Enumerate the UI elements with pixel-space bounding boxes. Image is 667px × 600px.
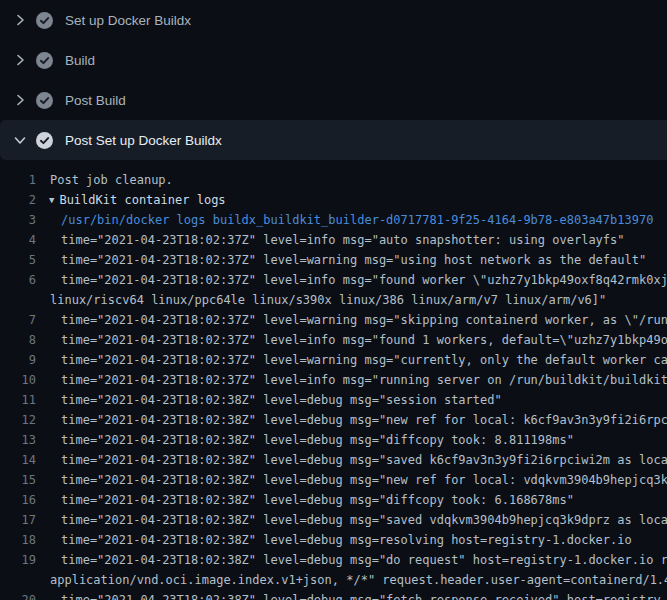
log-text: time="2021-04-23T18:02:38Z" level=debug … — [61, 510, 667, 530]
step-label: Post Set up Docker Buildx — [65, 133, 222, 148]
line-number[interactable]: 14 — [0, 450, 36, 470]
log-text: time="2021-04-23T18:02:37Z" level=warnin… — [61, 310, 667, 330]
log-line: 14time="2021-04-23T18:02:38Z" level=debu… — [0, 450, 667, 470]
log-line: 15time="2021-04-23T18:02:38Z" level=debu… — [0, 470, 667, 490]
log-area: 1Post job cleanup.2▼BuildKit container l… — [0, 160, 667, 600]
line-number — [0, 290, 36, 310]
log-line: 12time="2021-04-23T18:02:38Z" level=debu… — [0, 410, 667, 430]
step-label: Build — [65, 53, 95, 68]
line-number[interactable]: 18 — [0, 530, 36, 550]
step-label: Set up Docker Buildx — [65, 13, 191, 28]
line-number[interactable]: 20 — [0, 590, 36, 600]
step-row-post-set-up-docker-buildx[interactable]: Post Set up Docker Buildx — [0, 120, 667, 160]
log-line: 8time="2021-04-23T18:02:37Z" level=info … — [0, 330, 667, 350]
chevron-down-icon[interactable] — [12, 132, 28, 148]
log-text: time="2021-04-23T18:02:38Z" level=debug … — [61, 390, 502, 410]
line-number[interactable]: 12 — [0, 410, 36, 430]
check-circle-icon — [36, 52, 53, 69]
log-text: time="2021-04-23T18:02:38Z" level=debug … — [61, 470, 667, 490]
log-line: 4time="2021-04-23T18:02:37Z" level=info … — [0, 230, 667, 250]
line-number[interactable]: 19 — [0, 550, 36, 570]
log-line: 18time="2021-04-23T18:02:38Z" level=debu… — [0, 530, 667, 550]
log-line: 11time="2021-04-23T18:02:38Z" level=debu… — [0, 390, 667, 410]
log-line: 19time="2021-04-23T18:02:38Z" level=debu… — [0, 550, 667, 570]
line-number[interactable]: 9 — [0, 350, 36, 370]
line-number[interactable]: 15 — [0, 470, 36, 490]
line-number[interactable]: 4 — [0, 230, 36, 250]
log-text: time="2021-04-23T18:02:38Z" level=debug … — [61, 450, 667, 470]
collapse-triangle-icon[interactable]: ▼ — [49, 190, 54, 210]
log-text: time="2021-04-23T18:02:37Z" level=info m… — [61, 330, 667, 350]
log-text: time="2021-04-23T18:02:38Z" level=debug … — [61, 550, 667, 570]
log-text: time="2021-04-23T18:02:37Z" level=warnin… — [61, 250, 646, 270]
line-number[interactable]: 6 — [0, 270, 36, 290]
log-line: 7time="2021-04-23T18:02:37Z" level=warni… — [0, 310, 667, 330]
log-line: 16time="2021-04-23T18:02:38Z" level=debu… — [0, 490, 667, 510]
line-number[interactable]: 2 — [0, 190, 36, 210]
log-line: 10time="2021-04-23T18:02:37Z" level=info… — [0, 370, 667, 390]
line-number[interactable]: 13 — [0, 430, 36, 450]
check-circle-icon — [36, 92, 53, 109]
log-line: 2▼BuildKit container logs — [0, 190, 667, 210]
log-text: time="2021-04-23T18:02:38Z" level=debug … — [61, 490, 574, 510]
line-number[interactable]: 8 — [0, 330, 36, 350]
log-line: 1Post job cleanup. — [0, 170, 667, 190]
line-number[interactable]: 16 — [0, 490, 36, 510]
log-text: time="2021-04-23T18:02:38Z" level=debug … — [61, 590, 667, 600]
step-row-build[interactable]: Build — [0, 40, 667, 80]
check-circle-icon — [36, 12, 53, 29]
log-line: 9time="2021-04-23T18:02:37Z" level=warni… — [0, 350, 667, 370]
log-command-text: /usr/bin/docker logs buildx_buildkit_bui… — [61, 210, 653, 230]
log-text: time="2021-04-23T18:02:38Z" level=debug … — [61, 410, 667, 430]
step-label: Post Build — [65, 93, 126, 108]
line-number[interactable]: 7 — [0, 310, 36, 330]
chevron-right-icon[interactable] — [12, 12, 28, 28]
log-line: 3/usr/bin/docker logs buildx_buildkit_bu… — [0, 210, 667, 230]
step-row-set-up-docker-buildx[interactable]: Set up Docker Buildx — [0, 0, 667, 40]
log-line: 20time="2021-04-23T18:02:38Z" level=debu… — [0, 590, 667, 600]
log-text: time="2021-04-23T18:02:37Z" level=info m… — [61, 370, 667, 390]
steps-list: Set up Docker BuildxBuildPost BuildPost … — [0, 0, 667, 160]
log-line: 5time="2021-04-23T18:02:37Z" level=warni… — [0, 250, 667, 270]
line-number[interactable]: 3 — [0, 210, 36, 230]
log-text: time="2021-04-23T18:02:37Z" level=info m… — [61, 230, 625, 250]
log-line: linux/riscv64 linux/ppc64le linux/s390x … — [0, 290, 667, 310]
line-number — [0, 570, 36, 590]
log-line: application/vnd.oci.image.index.v1+json,… — [0, 570, 667, 590]
line-number[interactable]: 5 — [0, 250, 36, 270]
chevron-right-icon[interactable] — [12, 92, 28, 108]
log-text: time="2021-04-23T18:02:38Z" level=debug … — [61, 530, 632, 550]
line-number[interactable]: 1 — [0, 170, 36, 190]
log-line: 17time="2021-04-23T18:02:38Z" level=debu… — [0, 510, 667, 530]
log-text: time="2021-04-23T18:02:37Z" level=info m… — [61, 270, 667, 290]
check-circle-icon — [36, 132, 53, 149]
log-text: time="2021-04-23T18:02:38Z" level=debug … — [61, 430, 574, 450]
log-text: time="2021-04-23T18:02:37Z" level=warnin… — [61, 350, 667, 370]
line-number[interactable]: 17 — [0, 510, 36, 530]
step-row-post-build[interactable]: Post Build — [0, 80, 667, 120]
actions-log-panel: Set up Docker BuildxBuildPost BuildPost … — [0, 0, 667, 600]
log-line: 6time="2021-04-23T18:02:37Z" level=info … — [0, 270, 667, 290]
log-text: application/vnd.oci.image.index.v1+json,… — [50, 570, 667, 590]
log-text: linux/riscv64 linux/ppc64le linux/s390x … — [50, 290, 606, 310]
log-line: 13time="2021-04-23T18:02:38Z" level=debu… — [0, 430, 667, 450]
line-number[interactable]: 11 — [0, 390, 36, 410]
log-text[interactable]: BuildKit container logs — [59, 190, 225, 210]
chevron-right-icon[interactable] — [12, 52, 28, 68]
line-number[interactable]: 10 — [0, 370, 36, 390]
log-text: Post job cleanup. — [50, 170, 173, 190]
